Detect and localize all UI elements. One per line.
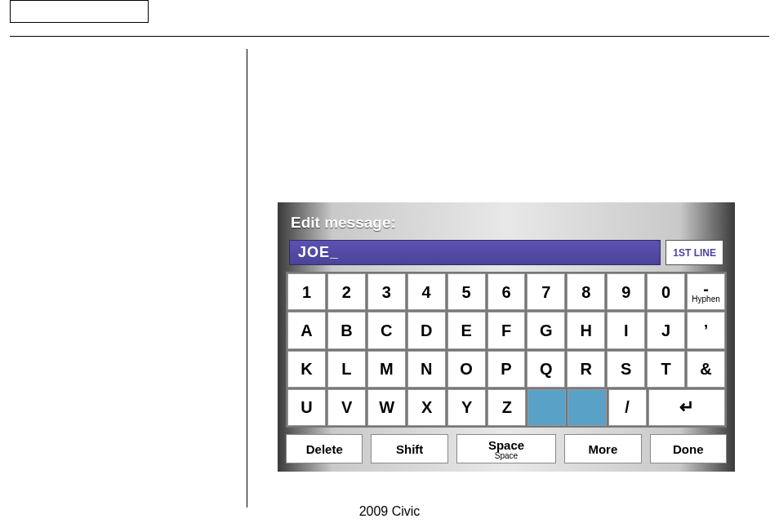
key-a[interactable]: A [287,312,326,348]
delete-button[interactable]: Delete [286,434,363,463]
action-row: Delete Shift Space Space More Done [286,434,727,463]
done-button[interactable]: Done [650,434,727,463]
key-g[interactable]: G [527,312,565,348]
key-x[interactable]: X [407,389,446,426]
key-4[interactable]: 4 [407,273,446,310]
key-t[interactable]: T [647,351,685,388]
key-w[interactable]: W [367,389,406,426]
key-n[interactable]: N [407,351,446,388]
key-y[interactable]: Y [447,389,486,426]
key-c[interactable]: C [367,312,406,348]
key-e[interactable]: E [447,312,486,348]
key-row: 1 2 3 4 5 6 7 8 9 0 - Hyphen [287,273,725,310]
horizontal-rule [10,36,769,37]
enter-icon: ↵ [679,397,694,418]
key-row: A B C D E F G H I J ’ [287,312,725,348]
key-d[interactable]: D [407,312,446,348]
key-blank[interactable] [527,389,566,426]
key-u[interactable]: U [287,389,326,426]
key-b[interactable]: B [327,312,366,348]
top-empty-box [10,0,149,23]
key-1[interactable]: 1 [287,273,326,310]
key-r[interactable]: R [567,351,605,388]
key-blank[interactable] [568,389,606,426]
key-row: K L M N O P Q R S T & [287,351,725,388]
keys-grid: 1 2 3 4 5 6 7 8 9 0 - Hyphen A B C D E F… [286,272,727,428]
key-s[interactable]: S [607,351,645,388]
input-row: JOE_ 1ST LINE [286,240,727,265]
key-row: U V W X Y Z / ↵ [287,389,725,426]
key-apostrophe[interactable]: ’ [687,312,725,348]
key-6[interactable]: 6 [487,273,526,310]
key-7[interactable]: 7 [527,273,565,310]
message-input[interactable]: JOE_ [289,240,661,265]
shift-button[interactable]: Shift [371,434,447,463]
key-h[interactable]: H [567,312,605,348]
footer-text: 2009 Civic [0,504,779,519]
key-j[interactable]: J [647,312,685,348]
space-button[interactable]: Space Space [456,434,556,463]
key-k[interactable]: K [287,351,326,388]
key-8[interactable]: 8 [567,273,605,310]
key-l[interactable]: L [327,351,366,388]
key-9[interactable]: 9 [607,273,645,310]
more-button[interactable]: More [564,434,641,463]
key-i[interactable]: I [607,312,645,348]
vertical-divider [247,49,247,508]
keyboard-panel: Edit message: JOE_ 1ST LINE 1 2 3 4 5 6 … [278,202,735,472]
key-z[interactable]: Z [487,389,526,426]
key-hyphen[interactable]: - Hyphen [687,273,725,310]
key-slash[interactable]: / [608,389,647,426]
key-0[interactable]: 0 [647,273,685,310]
key-m[interactable]: M [367,351,406,388]
key-v[interactable]: V [327,389,366,426]
line-indicator-badge[interactable]: 1ST LINE [665,240,723,265]
key-2[interactable]: 2 [327,273,366,310]
keyboard-title: Edit message: [286,209,727,240]
key-3[interactable]: 3 [367,273,406,310]
key-ampersand[interactable]: & [687,351,725,388]
key-q[interactable]: Q [527,351,565,388]
key-enter[interactable]: ↵ [648,389,725,426]
key-5[interactable]: 5 [447,273,486,310]
key-o[interactable]: O [447,351,486,388]
key-f[interactable]: F [487,312,526,348]
key-p[interactable]: P [487,351,526,388]
